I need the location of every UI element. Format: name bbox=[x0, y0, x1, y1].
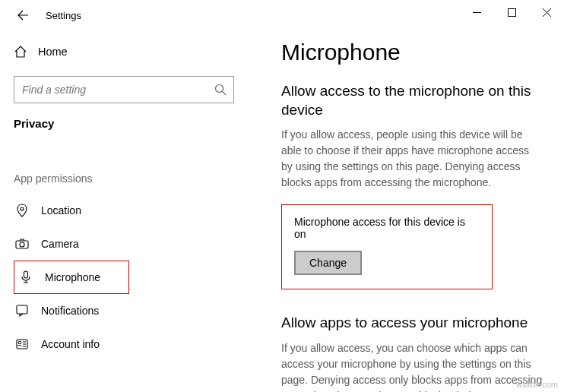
section-body: If you allow access, you can choose whic… bbox=[281, 340, 543, 392]
sidebar-item-label: Notifications bbox=[41, 305, 99, 317]
sidebar-item-label: Account info bbox=[41, 338, 100, 350]
sidebar-item-label: Microphone bbox=[45, 271, 100, 283]
account-info-icon bbox=[15, 339, 29, 349]
microphone-icon bbox=[19, 270, 33, 284]
maximize-button[interactable] bbox=[494, 0, 529, 24]
notifications-icon bbox=[15, 305, 29, 317]
content-pane: Microphone Allow access to the microphon… bbox=[251, 30, 564, 392]
sidebar-item-label: Location bbox=[41, 204, 81, 217]
minimize-button[interactable] bbox=[459, 0, 494, 24]
svg-rect-0 bbox=[508, 8, 515, 16]
arrow-left-icon bbox=[17, 9, 29, 21]
close-button[interactable] bbox=[529, 0, 564, 24]
search-wrap bbox=[14, 76, 234, 103]
sidebar-item-microphone[interactable]: Microphone bbox=[14, 261, 129, 294]
back-button[interactable] bbox=[14, 6, 32, 24]
section-body: If you allow access, people using this d… bbox=[281, 127, 543, 191]
category-label: Privacy bbox=[14, 117, 251, 130]
camera-icon bbox=[15, 239, 29, 249]
sidebar-item-label: Camera bbox=[41, 238, 79, 250]
change-button[interactable]: Change bbox=[294, 251, 362, 275]
section-heading: Allow apps to access your microphone bbox=[281, 314, 543, 333]
home-label: Home bbox=[38, 46, 68, 58]
sidebar-section-header: App permissions bbox=[14, 172, 251, 185]
svg-point-2 bbox=[21, 207, 24, 210]
location-icon bbox=[15, 204, 29, 217]
home-icon bbox=[14, 45, 27, 58]
sidebar-nav-list: Location Camera Microphone Notifications bbox=[14, 194, 251, 361]
svg-rect-5 bbox=[24, 271, 28, 278]
sidebar-item-account-info[interactable]: Account info bbox=[14, 327, 251, 361]
section-heading: Allow access to the microphone on this d… bbox=[281, 82, 543, 119]
minimize-icon bbox=[473, 8, 481, 17]
svg-rect-6 bbox=[17, 305, 27, 314]
status-text: Microphone access for this device is on bbox=[294, 216, 480, 240]
sidebar-item-camera[interactable]: Camera bbox=[14, 227, 251, 261]
svg-point-4 bbox=[20, 242, 24, 247]
page-title: Microphone bbox=[281, 40, 543, 65]
search-input[interactable] bbox=[14, 76, 234, 103]
close-icon bbox=[543, 8, 551, 17]
home-nav[interactable]: Home bbox=[14, 36, 251, 67]
device-access-box: Microphone access for this device is on … bbox=[281, 204, 493, 289]
sidebar: Home Privacy App permissions Location Ca… bbox=[0, 30, 251, 392]
window-controls bbox=[459, 0, 564, 24]
window-title: Settings bbox=[46, 10, 81, 21]
maximize-icon bbox=[508, 8, 516, 17]
svg-point-8 bbox=[18, 341, 21, 344]
sidebar-item-location[interactable]: Location bbox=[14, 194, 251, 227]
watermark: wsxdn.com bbox=[516, 380, 558, 389]
sidebar-item-notifications[interactable]: Notifications bbox=[14, 294, 251, 327]
